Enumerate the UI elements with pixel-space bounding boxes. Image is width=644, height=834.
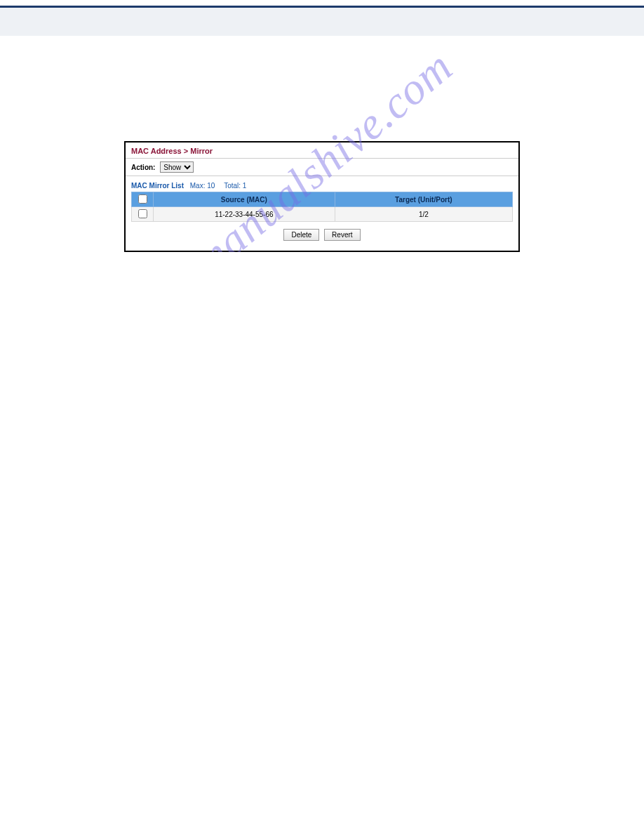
mac-mirror-table: Source (MAC) Target (Unit/Port) 11-22-33… [131,192,513,222]
list-max: Max: 10 [190,182,215,190]
delete-button[interactable]: Delete [283,229,319,241]
list-title: MAC Mirror List [131,182,184,190]
table-row: 11-22-33-44-55-66 1/2 [132,207,513,222]
cell-target: 1/2 [335,207,512,222]
cell-source: 11-22-33-44-55-66 [154,207,335,222]
list-total: Total: 1 [224,182,246,190]
row-checkbox[interactable] [138,209,147,218]
col-select-all [132,192,154,207]
revert-button[interactable]: Revert [324,229,360,241]
page-top-rule [0,0,644,8]
col-target: Target (Unit/Port) [335,192,512,207]
select-all-checkbox[interactable] [138,194,147,204]
action-select[interactable]: Show [160,161,194,173]
action-row: Action: Show [126,159,518,176]
col-source: Source (MAC) [154,192,335,207]
page-header-band [0,8,644,36]
panel-title: MAC Address > Mirror [131,147,213,155]
mac-mirror-panel: MAC Address > Mirror Action: Show MAC Mi… [124,141,520,252]
action-label: Action: [131,164,155,171]
